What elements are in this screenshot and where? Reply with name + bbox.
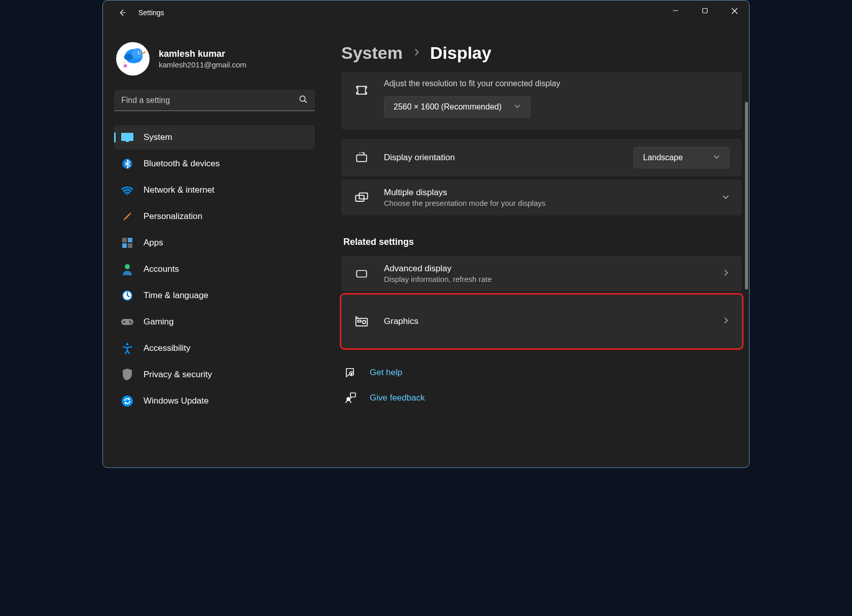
svg-point-5 [132,48,143,59]
give-feedback-row: Give feedback [343,391,742,405]
chevron-down-icon [722,194,730,202]
svg-point-25 [130,322,132,324]
svg-point-38 [347,397,350,401]
multiple-displays-card[interactable]: Multiple displays Choose the presentatio… [341,179,742,215]
go-button[interactable] [722,269,730,279]
advanced-display-sub: Display information, refresh rate [384,275,707,283]
scrollbar[interactable] [745,102,748,463]
graphics-title: Graphics [384,316,707,327]
resolution-icon [353,82,370,98]
svg-point-26 [126,343,129,346]
sidebar-item-label: Network & internet [144,185,215,195]
svg-rect-23 [121,319,133,325]
apps-icon [120,236,134,250]
settings-window: Settings [102,0,750,468]
help-icon: ? [343,366,358,380]
profile-name: kamlesh kumar [159,49,246,59]
resolution-dropdown[interactable]: 2560 × 1600 (Recommended) [384,96,530,118]
back-button[interactable] [112,3,132,23]
gamepad-icon [120,315,134,329]
go-button[interactable] [722,316,730,327]
graphics-card[interactable]: Graphics [341,295,742,348]
maximize-button[interactable] [690,1,720,21]
wifi-icon [120,183,134,197]
sidebar-item-label: Gaming [144,317,174,327]
svg-rect-12 [121,133,133,141]
breadcrumb-parent[interactable]: System [341,43,403,63]
advanced-display-card[interactable]: Advanced display Display information, re… [341,256,742,292]
svg-point-10 [300,96,305,101]
update-icon [120,394,134,408]
svg-rect-13 [126,141,129,142]
svg-rect-18 [122,243,127,248]
graphics-icon [353,313,370,330]
profile-email: kamlesh2011@gmail.com [159,60,246,69]
svg-rect-17 [128,238,132,242]
scrollbar-thumb[interactable] [745,102,748,289]
sidebar-item-accounts[interactable]: Accounts [114,257,315,281]
brush-icon [120,209,134,224]
resolution-description: Adjust the resolution to fit your connec… [384,79,730,88]
sidebar: kamlesh kumar kamlesh2011@gmail.com Syst… [103,25,324,467]
search-icon [299,95,308,106]
svg-rect-1 [703,9,707,13]
related-settings-heading: Related settings [343,237,742,247]
give-feedback-link[interactable]: Give feedback [370,393,425,403]
sidebar-item-time-language[interactable]: Time & language [114,283,315,308]
svg-rect-19 [128,243,132,248]
orientation-value: Landscape [643,153,683,162]
sidebar-item-apps[interactable]: Apps [114,231,315,255]
chevron-down-icon [713,153,720,162]
minimize-button[interactable] [661,1,690,21]
window-controls [661,1,749,21]
sidebar-item-network-internet[interactable]: Network & internet [114,178,315,202]
orientation-label: Display orientation [384,153,619,163]
sidebar-item-label: Bluetooth & devices [144,159,220,169]
sidebar-item-gaming[interactable]: Gaming [114,310,315,334]
sidebar-item-label: Accessibility [144,343,191,353]
sidebar-item-system[interactable]: System [114,125,315,150]
sidebar-item-privacy-security[interactable]: Privacy & security [114,363,315,387]
multiple-displays-sub: Choose the presentation mode for your di… [384,199,707,207]
monitor-icon [353,266,370,282]
sidebar-item-label: Personalization [144,211,202,222]
bluetooth-icon [120,157,134,171]
sidebar-item-label: Time & language [144,291,208,301]
sidebar-item-label: Apps [144,238,163,248]
multiple-displays-icon [353,190,370,206]
sidebar-item-label: Windows Update [144,396,209,406]
svg-rect-34 [358,320,361,322]
person-icon [120,262,134,276]
profile-block[interactable]: kamlesh kumar kamlesh2011@gmail.com [114,42,315,90]
svg-rect-30 [356,195,364,201]
svg-rect-39 [350,393,356,397]
sidebar-item-accessibility[interactable]: Accessibility [114,336,315,360]
sidebar-item-windows-update[interactable]: Windows Update [114,389,315,413]
accessibility-icon [120,341,134,355]
content-area: System Display Adjust the resolution to … [324,25,749,467]
orientation-icon [353,150,370,166]
sidebar-item-label: Privacy & security [144,370,212,380]
svg-rect-31 [359,193,367,199]
svg-point-7 [138,52,139,53]
svg-point-20 [125,264,130,269]
expand-button[interactable] [722,193,730,203]
app-title: Settings [138,9,164,17]
nav: SystemBluetooth & devicesNetwork & inter… [114,125,315,413]
display-icon [120,130,134,144]
sidebar-item-personalization[interactable]: Personalization [114,204,315,229]
svg-rect-29 [357,155,367,162]
search-box[interactable] [114,90,315,111]
orientation-dropdown[interactable]: Landscape [633,147,730,168]
svg-point-8 [124,54,133,60]
svg-point-27 [122,395,133,407]
titlebar: Settings [103,1,749,25]
search-input[interactable] [121,96,299,105]
shield-icon [120,368,134,382]
get-help-link[interactable]: Get help [370,368,402,378]
svg-point-15 [126,194,128,195]
close-button[interactable] [720,1,749,21]
sidebar-item-bluetooth-devices[interactable]: Bluetooth & devices [114,152,315,176]
svg-rect-16 [122,238,127,242]
sidebar-item-label: System [144,132,172,142]
